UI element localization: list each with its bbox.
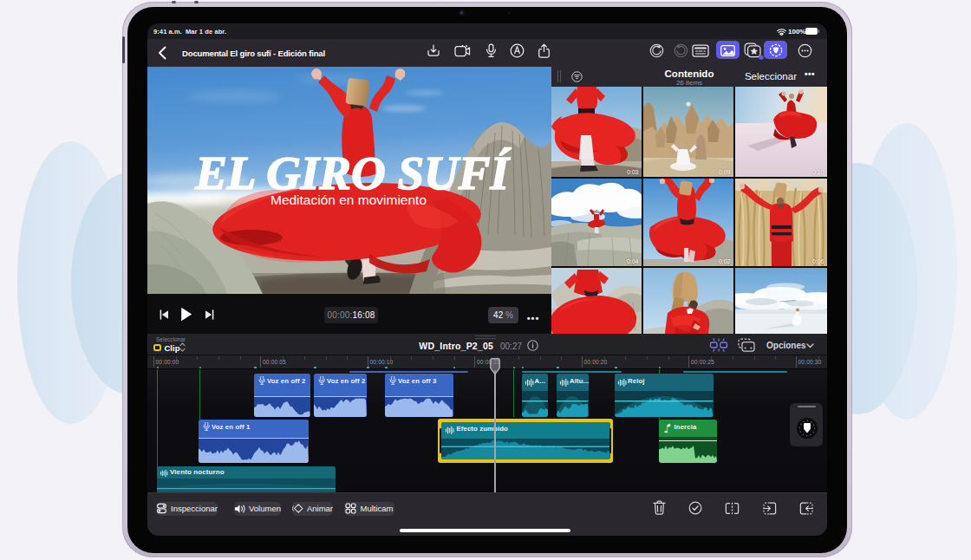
svg-text:EL GIRO SUFÍ: EL GIRO SUFÍ [194,147,511,199]
svg-text:Meditación en movimiento: Meditación en movimiento [270,192,427,207]
